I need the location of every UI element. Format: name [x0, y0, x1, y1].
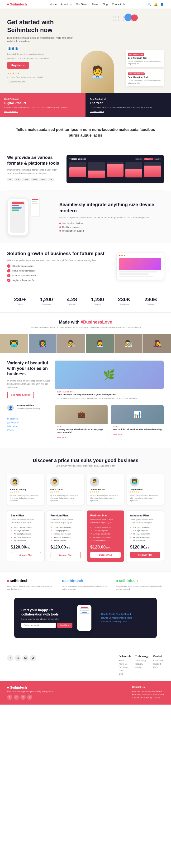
pf-2-1: ✓ 110 - 250 standalone: [50, 526, 81, 529]
footer-bottom-right: Contact Us How to Create Flow dashboard …: [132, 686, 164, 700]
user-icon[interactable]: 👤: [160, 3, 164, 6]
footer-icon-tw[interactable]: tw: [21, 694, 26, 700]
pf-3-2: ✓ 110 digit payment: [90, 529, 121, 532]
blog-image-1: 💼: [55, 405, 108, 424]
review-text: 4.5 stars from 1500+ users worldwide: [7, 76, 74, 79]
footer-social-tw[interactable]: tw: [22, 655, 29, 661]
pricing-subtitle: Duis dictum vehicula lectus, at tincidun…: [7, 465, 164, 467]
plan-cta-3[interactable]: Choose Plan: [90, 552, 121, 558]
plan-cta-2[interactable]: Choose Plan: [50, 552, 81, 558]
footer-social-row: f in tw yt: [7, 655, 114, 676]
hero-description: Duis dictum vehicula lectus, at tincidun…: [7, 36, 74, 43]
blog-cta-button[interactable]: See More Stories: [7, 392, 34, 398]
bc-link-2[interactable]: Read more: [113, 434, 122, 436]
chart-bar-3: [107, 162, 124, 177]
social-twitter[interactable]: t Twitter: [7, 429, 50, 431]
bc-link-1[interactable]: Read more: [57, 436, 66, 438]
footer-right-link-3[interactable]: About Our Marketing / Toolkit: [132, 696, 164, 699]
footer-col-2: Technology Technology Security Design: [135, 655, 148, 676]
hero-circles: [125, 13, 138, 22]
app-cta-submit-button[interactable]: Start Now: [57, 623, 72, 628]
footer-link-design[interactable]: Design: [135, 666, 148, 669]
tc-text-2: Sit nibh dictumst justo malesuada felis …: [50, 494, 81, 502]
plan-features-4: ✓ 110 - 250 standalone ✓ 110 digit payme…: [130, 526, 161, 542]
pf-4-1: ✓ 110 - 250 standalone: [130, 526, 161, 529]
stat-label-6: Revenue: [144, 303, 157, 305]
acl-link-3[interactable]: About Our Marketing / Tool: [101, 620, 127, 623]
tagline-text: Tellus malesuada sed portitor ipsum num …: [14, 127, 157, 138]
hero-card-1: Best Premium Tool Best Premium Tool Lore…: [126, 50, 164, 67]
nav-home[interactable]: Home: [49, 3, 57, 6]
fp-tabs: Weekly Monthly Yearly: [135, 158, 161, 160]
card-title-1: Best Premium Tool: [128, 57, 162, 59]
partner-2: seihintech Lorem ipsum dolor sit amet co…: [62, 579, 109, 591]
acl-link-1[interactable]: How to Create Flow dashboard: [101, 613, 131, 615]
bc-title-1: It's easy to start a business from an ea…: [57, 428, 106, 434]
photo-4: 👩‍💼: [86, 334, 114, 353]
footer-link-home[interactable]: Home: [119, 659, 131, 662]
ps-bar-1: [12, 203, 24, 204]
social-linkedin[interactable]: in linkedIn: [7, 425, 50, 428]
footer-link-blog[interactable]: Blog: [119, 673, 131, 675]
fb-right-link[interactable]: Discover More >: [90, 111, 104, 113]
tc-avatar-4: 👨‍💻: [130, 477, 139, 487]
footer-link-faq[interactable]: FAQ: [153, 666, 164, 669]
photo-6: 👩‍🎤: [143, 334, 171, 353]
tab-monthly[interactable]: Monthly: [144, 158, 153, 160]
footer-link-about[interactable]: About Us: [119, 663, 131, 665]
app-cta-email-input[interactable]: [22, 623, 56, 628]
plan-cta-1[interactable]: Choose Plan: [11, 552, 41, 558]
fb-left-link[interactable]: Discover More >: [4, 111, 18, 113]
pf-4-4: ✓ Air lorem standalone: [130, 536, 161, 538]
footer-link-security[interactable]: Security: [135, 663, 148, 665]
footer-social-in[interactable]: in: [15, 655, 21, 661]
formats-preview: Toolbar Context Weekly Monthly Yearly: [67, 155, 164, 183]
fb-right-title: The Year: [90, 101, 167, 105]
solution-title: Solution growth of business for future p…: [7, 250, 109, 256]
social-facebook[interactable]: f Facebook: [7, 417, 50, 420]
nav-contact[interactable]: Contact Us: [112, 3, 125, 6]
nav-team[interactable]: Our Team: [76, 3, 88, 6]
footer-link-team[interactable]: Our Team: [119, 666, 131, 669]
phone-screen: [10, 201, 25, 233]
footer-link-support[interactable]: Support: [153, 663, 164, 665]
footer-social-fb[interactable]: f: [7, 655, 13, 661]
nav-plans[interactable]: Plans: [92, 3, 98, 6]
formats-title: We provide an various formats & platform…: [7, 155, 59, 166]
nav-blog[interactable]: Blog: [102, 3, 108, 6]
pf-3-1: ✓ 110 - 250 standalone: [90, 526, 121, 529]
blog-main-image: 🌿: [55, 361, 164, 389]
nav-about[interactable]: About Us: [61, 3, 72, 6]
bell-icon[interactable]: 🔔: [154, 3, 158, 6]
plan-cta-4[interactable]: Premium Plan: [130, 552, 161, 558]
footer-right-link-1[interactable]: How to Create Flow dashboard: [132, 690, 164, 693]
bc-tag-1: Blog: [57, 426, 106, 428]
footer-link-tech[interactable]: Technology: [135, 659, 148, 662]
hero-cards: Best Premium Tool Best Premium Tool Lore…: [126, 50, 164, 93]
hero-cta-button[interactable]: Register Us: [7, 62, 29, 69]
footer-icon-in[interactable]: in: [14, 694, 19, 700]
search-icon[interactable]: 🔍: [148, 3, 151, 6]
pf-1-5: ✓ Air standalone: [11, 539, 41, 542]
tab-weekly[interactable]: Weekly: [135, 158, 143, 160]
apm-bar-2: [79, 608, 89, 609]
footer-icon-yt[interactable]: yt: [27, 694, 32, 700]
social-instagram[interactable]: ◻ Instagram: [7, 422, 50, 424]
footer-social-yt[interactable]: yt: [30, 655, 36, 661]
plan-desc-2: Lorem ipsum dolor sit amet, consectetur …: [50, 518, 81, 524]
acl-link-2[interactable]: How to Go Media Shortcut Tools: [101, 617, 132, 619]
app-cta-input-row: Start Now: [22, 623, 72, 628]
footer-bottom: ■ Seihintech Best tools management your …: [0, 681, 171, 705]
footer-right-link-2[interactable]: How to Go Media Shortcut Toolkit: [132, 693, 164, 696]
footer-link-contact[interactable]: Contact Us: [153, 659, 164, 662]
stat-number-6: 230B: [144, 297, 157, 303]
hero-section: Get started with Seihintech now Duis dic…: [0, 9, 171, 93]
footer-link-plans[interactable]: Plans: [119, 670, 131, 672]
brand-logo[interactable]: ■ Seihintech: [7, 2, 27, 6]
partner-text-1: Lorem ipsum dolor sit amet consectetur a…: [7, 585, 55, 591]
footer-icon-fb[interactable]: f: [7, 694, 12, 700]
app-cta-links: → How to Create Flow dashboard → How to …: [99, 613, 150, 623]
fb-left-desc: Pulvinar justo libero accumsan laoreet h…: [4, 106, 81, 108]
chart-bar-4: [126, 162, 142, 177]
tab-yearly[interactable]: Yearly: [153, 158, 161, 160]
